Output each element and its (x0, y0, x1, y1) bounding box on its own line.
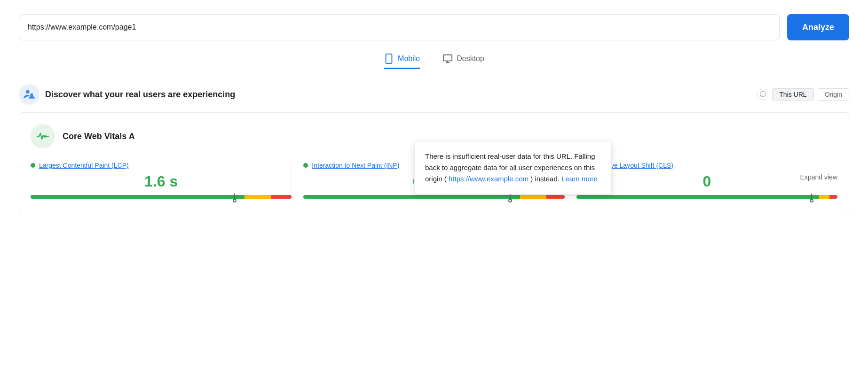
cwv-icon-wrap (31, 124, 55, 148)
mobile-icon (384, 54, 394, 64)
metric-lcp: Largest Contentful Paint (LCP) 1.6 s (31, 158, 292, 202)
tab-desktop[interactable]: Desktop (442, 54, 484, 69)
cwv-header-row: Core Web Vitals A There is insufficient … (31, 124, 837, 148)
lcp-label[interactable]: Largest Contentful Paint (LCP) (39, 162, 129, 169)
cls-bar (576, 195, 837, 199)
lcp-bar-marker (234, 194, 235, 200)
url-bar-row: Analyze (19, 14, 849, 40)
lcp-bar-orange (245, 195, 271, 199)
tab-mobile-label: Mobile (398, 54, 420, 63)
tooltip-popover: There is insufficient real-user data for… (414, 141, 612, 194)
lcp-value: 1.6 s (31, 173, 292, 190)
tooltip-learn-more[interactable]: Learn more (561, 175, 598, 183)
tooltip-origin-link[interactable]: https://www.example.com (449, 175, 529, 183)
inp-bar (303, 195, 564, 199)
cwv-icon (35, 129, 50, 144)
metric-cls-label-row: Cumulative Layout Shift (CLS) (576, 162, 837, 169)
cwv-title: Core Web Vitals A (63, 132, 135, 141)
url-origin-toggle: ⓘ This URL Origin (757, 88, 849, 101)
lcp-bar-red (271, 195, 292, 199)
cls-marker-dot (810, 199, 813, 202)
cls-bar-green (576, 195, 819, 199)
lcp-status-dot (31, 163, 35, 168)
cls-value: 0 (576, 173, 837, 190)
inp-marker-dot (508, 199, 512, 202)
inp-label[interactable]: Interaction to Next Paint (INP) (312, 162, 399, 169)
metric-lcp-label-row: Largest Contentful Paint (LCP) (31, 162, 292, 169)
origin-button[interactable]: Origin (818, 88, 849, 101)
cls-bar-marker (811, 194, 812, 200)
svg-rect-0 (386, 54, 392, 63)
cls-bar-orange (819, 195, 829, 199)
tabs-row: Mobile Desktop (19, 54, 849, 69)
expand-view[interactable]: Expand view (800, 173, 837, 181)
desktop-icon (442, 54, 453, 64)
users-icon (23, 88, 35, 101)
svg-point-9 (46, 136, 47, 137)
info-icon[interactable]: ⓘ (757, 89, 768, 100)
lcp-bar-green (31, 195, 245, 199)
section-header: Discover what your real users are experi… (19, 84, 849, 105)
section-header-left: Discover what your real users are experi… (19, 84, 235, 105)
this-url-button[interactable]: This URL (772, 88, 813, 101)
inp-bar-orange (520, 195, 546, 199)
cls-bar-red (829, 195, 837, 199)
tooltip-text-part2: ) instead. (530, 175, 560, 183)
tab-desktop-label: Desktop (457, 54, 484, 63)
inp-bar-green (303, 195, 520, 199)
inp-bar-marker (510, 194, 511, 200)
svg-point-5 (26, 90, 30, 94)
page-wrapper: Analyze Mobile Desktop (0, 0, 868, 228)
tab-mobile[interactable]: Mobile (384, 54, 420, 69)
analyze-button[interactable]: Analyze (787, 14, 849, 40)
inp-bar-red (546, 195, 565, 199)
lcp-marker-dot (233, 199, 237, 202)
cwv-card: Core Web Vitals A There is insufficient … (19, 112, 849, 214)
section-avatar (19, 84, 39, 105)
url-input[interactable] (19, 14, 780, 40)
section-title: Discover what your real users are experi… (45, 90, 235, 100)
inp-status-dot (303, 163, 308, 168)
lcp-bar (31, 195, 292, 199)
svg-rect-2 (443, 55, 452, 61)
